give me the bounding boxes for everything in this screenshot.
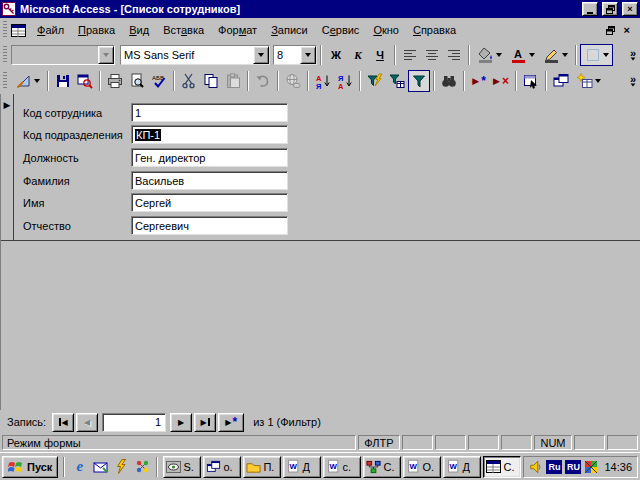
paste-icon: [225, 73, 241, 89]
language-indicator-icon[interactable]: [584, 460, 598, 474]
new-record-button[interactable]: ▶*: [468, 70, 490, 92]
sort-descending-button[interactable]: ЯА: [334, 70, 356, 92]
menu-edit[interactable]: Правка: [71, 21, 122, 39]
menu-format[interactable]: Формат: [211, 21, 264, 39]
current-record-input[interactable]: 1: [102, 413, 166, 432]
underline-button[interactable]: Ч: [369, 44, 391, 66]
mdi-restore-button[interactable]: [606, 26, 615, 35]
line-color-button[interactable]: [539, 44, 572, 66]
print-button[interactable]: [104, 70, 126, 92]
align-center-button[interactable]: [421, 44, 443, 66]
taskbar-window-button[interactable]: П.: [243, 456, 281, 478]
font-color-dropdown[interactable]: [529, 53, 535, 57]
object-combo[interactable]: [11, 45, 115, 65]
view-button[interactable]: [11, 70, 44, 92]
align-right-icon: [447, 48, 461, 62]
save-button[interactable]: [52, 70, 74, 92]
close-button[interactable]: ×: [622, 2, 638, 16]
paste-button[interactable]: [222, 70, 244, 92]
taskbar-window-button[interactable]: W Д: [443, 456, 481, 478]
copy-button[interactable]: [200, 70, 222, 92]
special-effect-button[interactable]: [580, 44, 613, 66]
start-button[interactable]: Пуск: [2, 456, 58, 478]
view-dropdown[interactable]: [34, 79, 40, 83]
form-system-menu-icon[interactable]: [11, 24, 26, 37]
object-combo-dropdown[interactable]: [98, 46, 114, 64]
taskbar-window-button[interactable]: W О.: [403, 456, 441, 478]
quicklaunch-winamp-icon[interactable]: [112, 456, 131, 478]
previous-record-button[interactable]: ◀: [76, 413, 98, 432]
align-left-button[interactable]: [399, 44, 421, 66]
language-badge[interactable]: Ru: [546, 460, 562, 474]
language-badge[interactable]: RU: [565, 460, 581, 474]
font-name-dropdown[interactable]: [253, 46, 269, 64]
menu-tools[interactable]: Сервис: [315, 21, 367, 39]
toolbar-options-button[interactable]: »: [630, 49, 638, 61]
taskbar-window-button-active[interactable]: С.: [483, 456, 521, 478]
print-preview-button[interactable]: [126, 70, 148, 92]
find-button[interactable]: [438, 70, 460, 92]
line-color-dropdown[interactable]: [562, 53, 568, 57]
menu-window[interactable]: Окно: [366, 21, 406, 39]
database-window-button[interactable]: [550, 70, 572, 92]
quicklaunch-outlook-express-icon[interactable]: [91, 456, 110, 478]
minimize-button[interactable]: [582, 2, 598, 16]
new-object-button[interactable]: [572, 70, 605, 92]
menu-insert[interactable]: Вставка: [156, 21, 211, 39]
access-app-icon[interactable]: [2, 2, 16, 16]
folder-icon: [246, 460, 261, 474]
bold-button[interactable]: Ж: [325, 44, 347, 66]
delete-record-button[interactable]: ▶×: [490, 70, 512, 92]
mdi-close-button[interactable]: ×: [624, 24, 630, 36]
menu-records[interactable]: Записи: [264, 21, 315, 39]
align-right-button[interactable]: [443, 44, 465, 66]
volume-icon[interactable]: [529, 460, 543, 474]
quicklaunch-internet-explorer-icon[interactable]: e: [70, 456, 89, 478]
last-record-button[interactable]: ▶: [194, 413, 216, 432]
field-input-employee-id[interactable]: 1: [131, 103, 288, 122]
new-record-nav-button[interactable]: ▶*: [218, 413, 244, 432]
cut-button[interactable]: [178, 70, 200, 92]
taskbar-window-button[interactable]: о.: [203, 456, 241, 478]
filter-by-form-button[interactable]: [386, 70, 408, 92]
menu-view[interactable]: Вид: [122, 21, 156, 39]
last-record-icon: ▶: [201, 418, 207, 427]
quicklaunch-molecule-icon[interactable]: [133, 456, 152, 478]
field-input-department-id[interactable]: КП-1: [131, 125, 288, 144]
toolbar-grip[interactable]: [3, 46, 7, 64]
field-input-firstname[interactable]: Сергей: [131, 193, 288, 212]
toolbar-options-button-2[interactable]: »: [630, 75, 638, 87]
menu-file[interactable]: Файл: [30, 21, 71, 39]
find-file-button[interactable]: [74, 70, 96, 92]
taskbar-window-button[interactable]: С.: [363, 456, 401, 478]
properties-button[interactable]: [520, 70, 542, 92]
font-name-combo[interactable]: MS Sans Serif: [120, 45, 270, 65]
apply-filter-button[interactable]: [408, 70, 430, 92]
field-input-patronymic[interactable]: Сергеевич: [131, 216, 288, 235]
menubar-grip[interactable]: [3, 21, 7, 39]
field-row: Отчество Сергеевич: [1, 216, 640, 235]
filter-by-selection-button[interactable]: [364, 70, 386, 92]
next-record-button[interactable]: ▶: [170, 413, 192, 432]
font-color-button[interactable]: А: [506, 44, 539, 66]
insert-hyperlink-button[interactable]: [282, 70, 304, 92]
toolbar-grip-2[interactable]: [3, 72, 7, 90]
sort-ascending-button[interactable]: АЯ: [312, 70, 334, 92]
taskbar-window-button[interactable]: W с.: [323, 456, 361, 478]
first-record-button[interactable]: ◀: [52, 413, 74, 432]
new-object-dropdown[interactable]: [595, 79, 601, 83]
taskbar-window-button[interactable]: S.: [163, 456, 201, 478]
field-input-position[interactable]: Ген. директор: [131, 148, 288, 167]
special-effect-dropdown[interactable]: [603, 53, 609, 57]
fill-color-dropdown[interactable]: [496, 53, 502, 57]
spelling-button[interactable]: АБВ: [148, 70, 170, 92]
field-input-surname[interactable]: Васильев: [131, 171, 288, 190]
restore-button[interactable]: [602, 2, 618, 16]
taskbar-window-button[interactable]: W Д: [283, 456, 321, 478]
undo-button[interactable]: [252, 70, 274, 92]
font-size-dropdown[interactable]: [300, 46, 316, 64]
font-size-combo[interactable]: 8: [273, 45, 317, 65]
fill-color-button[interactable]: [473, 44, 506, 66]
italic-button[interactable]: К: [347, 44, 369, 66]
menu-help[interactable]: Справка: [406, 21, 463, 39]
